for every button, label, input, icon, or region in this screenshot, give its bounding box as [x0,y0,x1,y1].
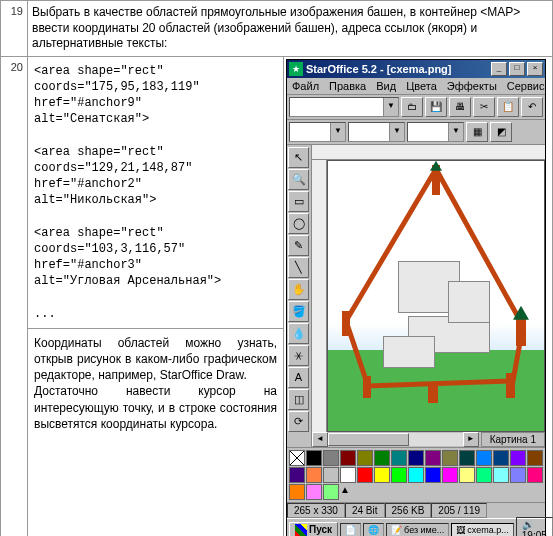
color-swatch[interactable] [493,467,509,483]
pointer-tool-icon[interactable]: ↖ [288,147,309,168]
toolbar-button[interactable]: 💾 [425,97,447,117]
fill-tool-icon[interactable]: 🪣 [288,301,309,322]
toolbar-button[interactable]: 📋 [497,97,519,117]
no-color-swatch[interactable] [289,450,305,466]
eraser-tool-icon[interactable]: ◫ [288,389,309,410]
menu-edit[interactable]: Правка [329,80,366,92]
color-swatch[interactable] [425,450,441,466]
ellipse-tool-icon[interactable]: ◯ [288,213,309,234]
status-position: 205 / 119 [431,503,487,518]
menu-effects[interactable]: Эффекты [447,80,497,92]
color-swatch[interactable] [306,450,322,466]
color-swatch[interactable] [340,467,356,483]
color-swatch[interactable] [323,484,339,500]
scrollbar-horizontal[interactable]: ◄ ► Картина 1 [312,432,545,447]
taskbar-item[interactable]: 📝без име... [386,523,449,536]
taskbar-item[interactable]: 🌐 [363,523,384,536]
toolbar-1: ▼ 🗀 💾 🖶 ✂ 📋 ↶ [287,95,545,120]
color-swatch[interactable] [374,467,390,483]
building-icon [448,281,490,323]
taskbar-item[interactable]: 📄 [340,523,361,536]
canvas-tab[interactable]: Картина 1 [481,432,545,447]
color-swatch[interactable] [476,467,492,483]
maximize-button[interactable]: □ [509,62,525,76]
note-block: Координаты областей можно узнать, открыв… [28,328,283,438]
toolbar-button[interactable]: ◩ [490,122,512,142]
combo-3[interactable]: ▼ [348,122,405,142]
spray-tool-icon[interactable]: ⚹ [288,345,309,366]
taskbar-item-active[interactable]: 🖼cxema.p... [451,523,514,536]
combo-1[interactable]: ▼ [289,97,399,117]
color-swatch[interactable] [442,467,458,483]
toolbar-button[interactable]: ✂ [473,97,495,117]
menu-view[interactable]: Вид [376,80,396,92]
color-swatch[interactable] [527,450,543,466]
color-swatch[interactable] [306,484,322,500]
rotate-tool-icon[interactable]: ⟳ [288,411,309,432]
color-swatch[interactable] [323,467,339,483]
scroll-left-icon[interactable]: ◄ [312,432,328,447]
tower-icon [506,373,515,398]
toolbar-2: ▼ ▼ ▼ ▦ ◩ [287,120,545,145]
window-title: StarOffice 5.2 - [cxema.png] [306,63,491,75]
canvas[interactable] [327,160,545,432]
scroll-right-icon[interactable]: ► [463,432,479,447]
text-tool-icon[interactable]: A [288,367,309,388]
rect-tool-icon[interactable]: ▭ [288,191,309,212]
color-swatch[interactable] [340,450,356,466]
color-swatch[interactable] [476,450,492,466]
titlebar[interactable]: ★ StarOffice 5.2 - [cxema.png] _ □ × [287,60,545,78]
close-button[interactable]: × [527,62,543,76]
combo-2[interactable]: ▼ [289,122,346,142]
menu-colors[interactable]: Цвета [406,80,437,92]
color-swatch[interactable] [391,467,407,483]
start-button[interactable]: Пуск [289,522,338,536]
instruction-19: Выбрать в качестве областей прямоугольны… [28,1,553,57]
color-swatch[interactable] [510,467,526,483]
taskbar: Пуск 📄 🌐 📝без име... 🖼cxema.p... 🔊 19:05 [287,518,545,536]
menu-service[interactable]: Сервис [507,80,545,92]
color-swatch[interactable] [357,450,373,466]
taskbar-clock: 🔊 19:05 [516,517,553,536]
color-swatch[interactable] [289,484,305,500]
eyedropper-tool-icon[interactable]: 💧 [288,323,309,344]
zoom-tool-icon[interactable]: 🔍 [288,169,309,190]
color-swatch[interactable] [408,450,424,466]
color-swatch[interactable] [459,450,475,466]
toolbar-button[interactable]: ↶ [521,97,543,117]
toolbar-button[interactable]: ▦ [466,122,488,142]
minimize-button[interactable]: _ [491,62,507,76]
color-swatch[interactable] [374,450,390,466]
status-dimensions: 265 x 330 [287,503,345,518]
color-swatch[interactable] [510,450,526,466]
ruler-horizontal [312,145,545,160]
app-icon: ★ [289,62,303,76]
palette-scroll-icon[interactable]: ▲ [340,484,352,498]
pencil-tool-icon[interactable]: ✎ [288,235,309,256]
color-swatch[interactable] [323,450,339,466]
color-swatch[interactable] [442,450,458,466]
color-swatch[interactable] [391,450,407,466]
color-swatch[interactable] [527,467,543,483]
menubar: Файл Правка Вид Цвета Эффекты Сервис [287,78,545,95]
color-swatch[interactable] [459,467,475,483]
status-size: 256 KB [385,503,432,518]
row-num-20: 20 [1,56,28,536]
hand-tool-icon[interactable]: ✋ [288,279,309,300]
color-swatch[interactable] [493,450,509,466]
toolbar-button[interactable]: 🗀 [401,97,423,117]
status-bar: 265 x 330 24 Bit 256 KB 205 / 119 [287,502,545,518]
color-swatch[interactable] [306,467,322,483]
tower-icon [342,311,350,336]
color-swatch[interactable] [408,467,424,483]
menu-file[interactable]: Файл [292,80,319,92]
building-icon [383,336,435,368]
toolbar-button[interactable]: 🖶 [449,97,471,117]
line-tool-icon[interactable]: ╲ [288,257,309,278]
color-swatch[interactable] [289,467,305,483]
code-block: <area shape="rect" coords="175,95,183,11… [34,63,277,322]
color-swatch[interactable] [357,467,373,483]
combo-4[interactable]: ▼ [407,122,464,142]
tower-icon [363,376,371,398]
color-swatch[interactable] [425,467,441,483]
